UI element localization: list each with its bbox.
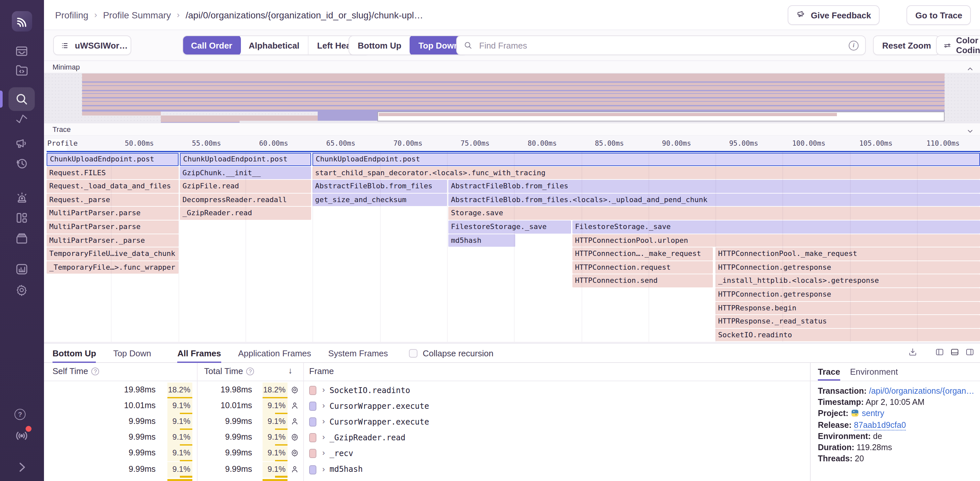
field-value[interactable]: sentry — [862, 409, 884, 418]
sidebar-item-projects[interactable] — [14, 63, 29, 78]
download-icon[interactable] — [908, 347, 918, 360]
breadcrumb-item[interactable]: Profiling — [55, 10, 88, 20]
flame-frame[interactable]: HTTPConnectionPool.urlopen — [573, 234, 980, 247]
flame-frame[interactable]: HTTPConnection.getresponse — [716, 261, 980, 274]
expand-chevron-icon[interactable]: › — [322, 433, 325, 442]
tab-application-frames[interactable]: Application Frames — [238, 343, 311, 362]
collapse-recursion-toggle[interactable]: Collapse recursion — [409, 348, 493, 358]
sidebar-item-settings[interactable] — [14, 283, 29, 297]
sidebar-item-insights[interactable] — [14, 211, 29, 225]
info-icon[interactable]: i — [849, 40, 859, 50]
table-row[interactable]: 9.99ms9.1%9.99ms9.1%›_GzipReader.read — [44, 430, 810, 446]
details-tab-environment[interactable]: Environment — [850, 367, 898, 377]
reset-zoom-button[interactable]: Reset Zoom — [873, 35, 940, 55]
flame-frame[interactable]: _TemporaryFile…>.func_wrapper — [47, 261, 178, 274]
expand-chevron-icon[interactable]: › — [322, 417, 325, 426]
flame-frame[interactable]: HTTPConnection.getresponse — [716, 288, 980, 301]
expand-chevron-icon[interactable]: › — [322, 449, 325, 458]
expand-chevron-icon[interactable]: › — [322, 401, 325, 410]
sidebar-item-expand[interactable] — [14, 460, 29, 475]
table-row[interactable]: 9.99ms9.1%9.99ms9.1%›md5hash — [44, 462, 810, 478]
segment-option-alphabetical[interactable]: Alphabetical — [240, 35, 309, 55]
chevron-down-icon[interactable] — [966, 126, 974, 134]
frame-name[interactable]: md5hash — [329, 465, 363, 474]
sidebar-item-help[interactable]: ? — [14, 409, 29, 423]
color-coding-button[interactable]: Color Coding — [936, 35, 980, 55]
flame-frame[interactable]: HTTPConnectionPool._make_request — [716, 248, 980, 260]
panel-left-icon[interactable] — [935, 347, 945, 360]
flame-frame[interactable]: Request._load_data_and_files — [47, 180, 178, 193]
column-header[interactable]: Frame — [309, 366, 334, 376]
find-frames-input[interactable] — [478, 40, 835, 51]
table-row[interactable]: 10.01ms9.1%10.01ms9.1%›CursorWrapper.exe… — [44, 398, 810, 414]
flame-frame[interactable]: md5hash — [448, 234, 515, 247]
details-tab-trace[interactable]: Trace — [818, 363, 840, 381]
frame-name[interactable]: _recv — [329, 449, 353, 458]
sort-descending-icon[interactable]: ↓ — [288, 365, 293, 375]
sidebar-item-alerts[interactable] — [14, 137, 29, 151]
column-header[interactable]: Self Time — [52, 366, 88, 376]
expand-chevron-icon[interactable]: › — [322, 464, 325, 473]
tab-bottom-up[interactable]: Bottom Up — [52, 343, 96, 362]
breadcrumb-item[interactable]: Profile Summary — [103, 10, 171, 20]
collapse-recursion-checkbox[interactable] — [409, 349, 417, 357]
flame-frame[interactable]: _install_httplib.<locals>.getresponse — [716, 275, 980, 287]
segment-option-call-order[interactable]: Call Order — [183, 35, 241, 55]
flame-frame[interactable]: HTTPResponse._read_status — [716, 315, 980, 328]
flame-frame[interactable]: MultiPartParser._parse — [47, 234, 178, 247]
flame-frame[interactable]: Storage.save — [448, 207, 980, 220]
chevron-up-icon[interactable] — [966, 63, 974, 71]
panel-bottom-icon[interactable] — [950, 347, 960, 360]
segment-option-bottom-up[interactable]: Bottom Up — [349, 35, 410, 55]
sidebar-item-releases[interactable] — [14, 156, 29, 171]
sidebar-item-explore[interactable] — [14, 92, 29, 106]
frame-name[interactable]: CursorWrapper.execute — [329, 401, 429, 410]
flame-frame[interactable]: SocketIO.readinto — [716, 329, 980, 341]
flame-frame[interactable]: Request.FILES — [47, 166, 178, 179]
axis-tick-label: 50.00ms — [115, 139, 154, 147]
thread-selector[interactable]: uWSGIWor… — [53, 35, 131, 55]
flame-frame[interactable]: MultiPartParser.parse — [47, 207, 178, 220]
flame-frame[interactable]: FilestoreStorage._save — [448, 221, 571, 233]
flame-frame[interactable]: start_child_span_decorator.<locals>.func… — [312, 166, 980, 179]
tab-system-frames[interactable]: System Frames — [328, 343, 388, 362]
flame-frame[interactable]: Request._parse — [47, 194, 178, 206]
sidebar-item-whats-new[interactable] — [14, 428, 29, 442]
flame-frame[interactable]: TemporaryFileU…ive_data_chunk — [47, 248, 178, 260]
flame-frame[interactable]: HTTPConnection…._make_request — [573, 248, 713, 260]
sidebar-item-issues[interactable] — [14, 44, 29, 59]
minimap-canvas[interactable] — [44, 73, 980, 123]
field-value[interactable]: /api/0/organizations/{organ… — [869, 386, 974, 396]
expand-chevron-icon[interactable]: › — [322, 385, 325, 394]
frame-name[interactable]: SocketIO.readinto — [329, 386, 410, 395]
tab-top-down[interactable]: Top Down — [113, 343, 151, 362]
go-to-trace-button[interactable]: Go to Trace — [907, 5, 971, 25]
table-row[interactable]: 19.98ms18.2%19.98ms18.2%›SocketIO.readin… — [44, 383, 810, 398]
frame-name[interactable]: CursorWrapper.execute — [329, 417, 429, 426]
give-feedback-button[interactable]: Give Feedback — [788, 5, 880, 25]
flame-frame[interactable]: MultiPartParser.parse — [47, 221, 178, 233]
flame-frame[interactable]: HTTPResponse.begin — [716, 302, 980, 314]
flame-frame[interactable]: HTTPConnection.send — [573, 275, 713, 287]
table-row[interactable]: 9.99ms9.1%9.99ms9.1%›_recv — [44, 446, 810, 462]
flamegraph-canvas[interactable]: ChunkUploadEndpoint.postChunkUploadEndpo… — [0, 151, 980, 342]
sidebar-item-dashboards[interactable] — [14, 111, 29, 126]
sorting-segmented-control: Call OrderAlphabeticalLeft Heavy — [183, 35, 369, 55]
sentry-logo[interactable] — [12, 11, 32, 32]
table-row[interactable]: 9.99ms9.1%9.99ms9.1%›CursorWrapper.execu… — [44, 414, 810, 430]
flame-frame[interactable]: ChunkUploadEndpoint.post — [47, 153, 178, 166]
flame-frame[interactable]: ChunkUploadEndpoint.post — [312, 153, 980, 166]
sidebar-item-stats[interactable] — [14, 262, 29, 276]
sidebar-item-discover[interactable] — [14, 231, 29, 245]
field-value[interactable]: 87aab1d9cfa0 — [854, 420, 906, 430]
flame-frame[interactable]: AbstractFileBlob.from_files.<locals>._up… — [448, 194, 980, 206]
flame-frame[interactable]: HTTPConnection.request — [573, 261, 713, 274]
flame-frame[interactable]: AbstractFileBlob.from_files — [448, 180, 980, 193]
frame-name[interactable]: _GzipReader.read — [329, 433, 405, 442]
total-time-value: 9.99ms — [180, 449, 252, 458]
panel-right-icon[interactable] — [965, 347, 975, 360]
flame-frame[interactable]: FilestoreStorage._save — [573, 221, 980, 233]
tab-all-frames[interactable]: All Frames — [178, 343, 221, 362]
sidebar-item-crons[interactable] — [14, 191, 29, 205]
column-header[interactable]: Total Time — [204, 366, 243, 376]
